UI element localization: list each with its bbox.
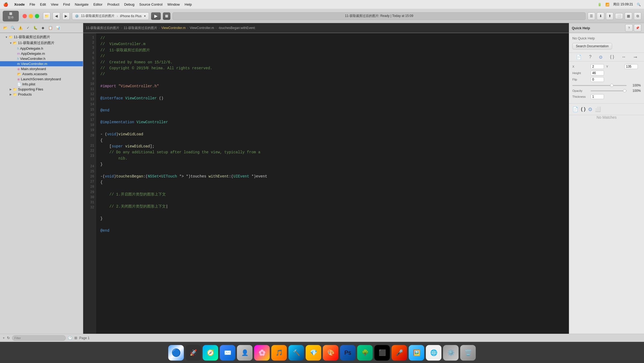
dock-pixelmator[interactable]: 🎨 [323, 345, 338, 361]
quick-help-pin-icon[interactable]: 📌 [634, 24, 641, 32]
obj-circle-icon[interactable]: ( ) [581, 106, 586, 112]
tree-item-supporting-files[interactable]: 📁 Supporting Files [0, 87, 83, 92]
minimize-button[interactable] [29, 14, 33, 18]
y-input[interactable] [624, 64, 638, 69]
obj-file-icon[interactable]: 📄 [572, 106, 578, 112]
nav-breakpoint-btn[interactable]: ◆ [40, 25, 46, 31]
tree-item-products[interactable]: 📁 Products [0, 92, 83, 97]
nav-warning-btn[interactable]: ⚠️ [17, 25, 24, 31]
version-editor-icon[interactable]: ⧉ [634, 12, 641, 20]
dock-trash[interactable]: 🗑️ [460, 345, 476, 361]
nav-left-icon[interactable]: ◀ [53, 12, 60, 20]
menu-help[interactable]: Help [185, 2, 192, 6]
navigator-toggle-icon[interactable]: ☰ [588, 12, 595, 20]
dock-chrome[interactable]: 🌐 [426, 345, 441, 361]
dock-preview[interactable]: 🖼️ [409, 345, 424, 361]
add-file-icon[interactable]: + [3, 336, 5, 340]
standard-editor-icon[interactable]: ⬜ [615, 13, 623, 19]
attributes-inspector-icon[interactable]: { } [610, 55, 614, 60]
thickness-input[interactable] [591, 94, 604, 99]
scheme-selector[interactable]: ⚙️ 11-获取裁剪过后的图片 › iPhone 6s Plus ▼ [72, 12, 149, 20]
code-content[interactable]: // // ViewController.m // 11-获取裁剪过后的图片 /… [96, 33, 569, 334]
menu-source-control[interactable]: Source Control [139, 2, 163, 6]
nav-folder-icon[interactable]: 📁 [43, 12, 50, 20]
menu-xcode[interactable]: Xcode [14, 2, 25, 6]
dock-itunes[interactable]: 🎵 [271, 345, 287, 361]
breadcrumb-part5[interactable]: -touchesBegan:withEvent: [218, 26, 255, 30]
run-button[interactable]: ▶ [151, 12, 161, 20]
obj-target-icon[interactable]: ⊙ [588, 106, 592, 112]
search-documentation-button[interactable]: Search Documentation [572, 43, 612, 49]
dock-system-prefs[interactable]: ⚙️ [443, 345, 459, 361]
menu-window[interactable]: Window [167, 2, 180, 6]
tree-item-viewcontroller-m[interactable]: m ViewController.m [0, 61, 83, 66]
percent-slider-thumb[interactable] [610, 84, 613, 87]
connections-inspector-icon[interactable]: ⊸ [634, 55, 637, 60]
nav-report-btn[interactable]: 📊 [55, 25, 61, 31]
breadcrumb-part4[interactable]: ViewController.m [190, 26, 214, 30]
tree-sub-folder[interactable]: 📂 11-获取裁剪过后的图片 [0, 40, 83, 46]
menu-view[interactable]: View [51, 2, 58, 6]
nav-right-icon[interactable]: ▶ [62, 12, 70, 20]
size-inspector-icon[interactable]: ↔ [622, 55, 626, 60]
dock-contacts[interactable]: 👤 [237, 345, 253, 361]
tree-item-appdelegate-m[interactable]: m AppDelegate.m [0, 51, 83, 56]
tree-item-infoplist[interactable]: 📄 Info.plist [0, 82, 83, 87]
obj-square-icon[interactable]: ⬜ [595, 106, 601, 112]
breadcrumb-part1[interactable]: 11-获取裁剪过后的图片 [86, 26, 119, 30]
stop-button[interactable]: 暂停 [3, 11, 19, 21]
dock-finder[interactable]: 🔵 [168, 345, 184, 361]
dock-sketch[interactable]: 💎 [306, 345, 321, 361]
dock-music[interactable]: 🎤 [391, 345, 407, 361]
quick-help-doc-icon[interactable]: ? [625, 24, 633, 32]
bottom-clock-icon[interactable]: 🕐 [68, 336, 72, 340]
dock-xcode[interactable]: 🔨 [288, 345, 304, 361]
code-editor[interactable]: 12345 678910 1112131415 1617181920 21222… [83, 33, 569, 334]
tree-item-appdelegate-h[interactable]: h AppDelegate.h [0, 46, 83, 51]
dock-photos[interactable]: 🌸 [254, 345, 270, 361]
nav-test-btn[interactable]: ✓ [25, 25, 31, 31]
nav-log-btn[interactable]: 📋 [47, 25, 54, 31]
debug-toggle-icon[interactable]: ⬇ [597, 12, 604, 20]
dock-launchpad[interactable]: 🚀 [185, 345, 201, 361]
opacity-slider-thumb[interactable] [623, 89, 626, 92]
bottom-grid-icon[interactable]: ⊞ [74, 336, 77, 340]
tree-item-launchscreen[interactable]: ◉ LaunchScreen.storyboard [0, 77, 83, 82]
assistant-editor-icon[interactable]: ▦ [625, 12, 632, 20]
tree-root-folder[interactable]: 📁 11-获取裁剪过后的图片 [0, 34, 83, 40]
menu-find[interactable]: Find [63, 2, 70, 6]
dock-sourcetree[interactable]: 🌳 [357, 345, 373, 361]
nav-search-btn[interactable]: 🔍 [10, 25, 16, 31]
flip-input[interactable] [591, 77, 604, 82]
tree-item-main-storyboard[interactable]: ◉ Main.storyboard [0, 66, 83, 71]
menu-editor[interactable]: Editor [93, 2, 103, 6]
menu-edit[interactable]: Edit [40, 2, 46, 6]
dock-ps[interactable]: Ps [340, 345, 356, 361]
tree-item-assets[interactable]: 📂 Assets.xcassets [0, 71, 83, 77]
apple-menu[interactable]: 🍎 [3, 2, 8, 7]
search-icon[interactable]: 🔍 [637, 3, 641, 6]
tree-item-viewcontroller-h[interactable]: h ViewController.h [0, 56, 83, 61]
x-input[interactable] [591, 64, 604, 69]
height-input[interactable] [591, 71, 604, 75]
nav-folder-btn[interactable]: 📂 [2, 25, 9, 31]
stop-sq-button[interactable] [163, 12, 170, 20]
close-button[interactable] [23, 14, 27, 18]
dock-terminal[interactable]: ⬛ [374, 345, 390, 361]
zoom-button[interactable] [35, 14, 39, 18]
menu-navigate[interactable]: Navigate [75, 2, 89, 6]
filter-input[interactable] [12, 335, 66, 341]
quick-help-icon[interactable]: ? [589, 55, 591, 60]
menu-product[interactable]: Product [107, 2, 119, 6]
dock-mail[interactable]: ✉️ [220, 345, 235, 361]
breadcrumb-part2[interactable]: 11-获取裁剪过后的图片 [124, 26, 157, 30]
menu-debug[interactable]: Debug [124, 2, 134, 6]
dock-safari[interactable]: 🧭 [203, 345, 218, 361]
nav-debug-btn[interactable]: 🐛 [32, 25, 39, 31]
utilities-toggle-icon[interactable]: ⬆ [606, 12, 613, 20]
breadcrumb-part3[interactable]: ViewController.m [161, 26, 185, 30]
file-inspector-icon[interactable]: 📄 [576, 55, 581, 60]
identity-inspector-icon[interactable]: ⊙ [599, 55, 602, 60]
menu-file[interactable]: File [30, 2, 35, 6]
refresh-icon[interactable]: ↻ [7, 336, 10, 340]
